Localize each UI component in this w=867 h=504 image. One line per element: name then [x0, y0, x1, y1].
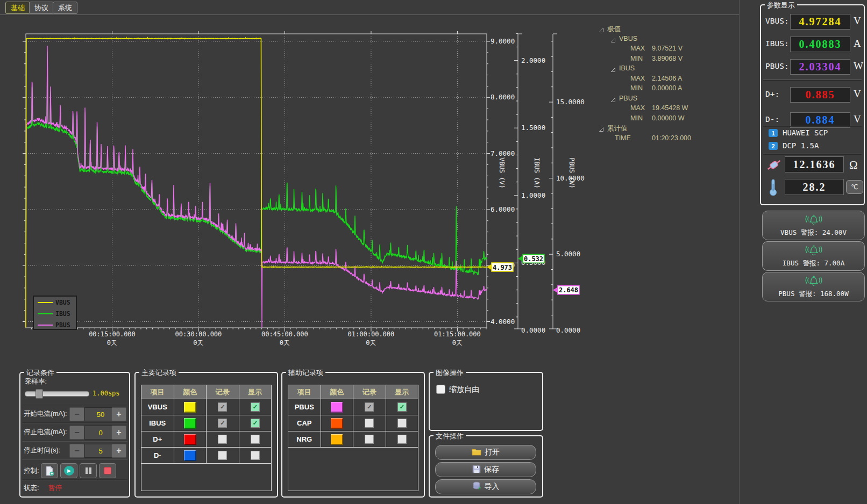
decrement-button[interactable]: −: [69, 444, 84, 458]
display-cell: ✓: [239, 399, 272, 415]
import-file-button[interactable]: 导入: [435, 479, 536, 494]
status-label: 状态:: [24, 484, 39, 493]
color-swatch[interactable]: [184, 450, 196, 461]
protocol-name: DCP 1.5A: [783, 141, 819, 150]
record-cell: [353, 431, 386, 448]
protocol-badge-2: 2: [769, 142, 778, 150]
tree-row: MIN0.00000 A: [594, 84, 740, 94]
panel-title: 主要记录项: [139, 368, 179, 378]
svg-text:8.0000: 8.0000: [491, 93, 515, 101]
spinner-label: 停止电流(mA):: [24, 428, 67, 437]
tree-row: MAX19.45428 W: [594, 104, 740, 114]
pause-icon: [86, 467, 91, 474]
column-header: 颜色: [321, 385, 354, 399]
color-swatch[interactable]: [331, 418, 343, 429]
record-checkbox[interactable]: ✓: [218, 402, 227, 412]
record-checkbox[interactable]: [365, 419, 374, 428]
color-swatch[interactable]: [331, 402, 343, 413]
free-zoom-checkbox[interactable]: [436, 385, 445, 394]
open-file-button[interactable]: 打开: [435, 445, 536, 460]
display-checkbox[interactable]: ✓: [251, 402, 260, 412]
celsius-unit-button[interactable]: ℃: [846, 180, 863, 194]
free-zoom-label: 缩放自由: [449, 385, 479, 394]
table-row: PBUS✓✓: [288, 399, 418, 415]
spinner-label: 开始电流(mA):: [24, 409, 67, 419]
separator: [763, 80, 862, 80]
table-row: CAP: [288, 415, 418, 431]
statistics-tree: 极值VBUSMAX9.07521 VMIN3.89068 VIBUSMAX2.1…: [594, 25, 740, 148]
tree-expand-icon[interactable]: [610, 37, 616, 42]
color-swatch[interactable]: [184, 402, 196, 413]
display-checkbox[interactable]: [251, 451, 260, 460]
svg-text:0天: 0天: [193, 339, 203, 347]
svg-text:PBUS: PBUS: [55, 321, 70, 329]
separator: [22, 459, 127, 460]
color-swatch[interactable]: [331, 434, 343, 445]
panel-title: 文件操作: [434, 431, 466, 441]
tree-expand-icon[interactable]: [599, 126, 604, 132]
record-checkbox[interactable]: [218, 435, 227, 444]
save-file-button[interactable]: 保存: [435, 462, 536, 477]
stop-button[interactable]: [99, 463, 116, 478]
tree-expand-icon[interactable]: [599, 27, 604, 32]
color-cell: [321, 431, 354, 448]
display-cell: [386, 415, 418, 431]
item-name-cell: PBUS: [288, 399, 321, 415]
increment-button[interactable]: +: [111, 426, 126, 440]
record-cell: [207, 431, 239, 448]
pbus-alarm-button[interactable]: PBUS 警报: 168.00W: [762, 272, 865, 301]
new-record-button[interactable]: [41, 463, 58, 478]
svg-text:1.0000: 1.0000: [521, 191, 545, 199]
record-cell: ✓: [207, 415, 239, 431]
sample-rate-slider-thumb[interactable]: [35, 389, 43, 399]
unit-label: A: [854, 38, 861, 49]
column-header: 显示: [386, 385, 418, 399]
svg-text:2.0000: 2.0000: [521, 56, 545, 64]
svg-text:15.0000: 15.0000: [556, 98, 585, 106]
aux-record-items-panel: 辅助记录项 项目颜色记录显示PBUS✓✓CAPNRG: [281, 372, 425, 498]
display-checkbox[interactable]: ✓: [251, 419, 260, 428]
save-icon: [472, 465, 481, 475]
tree-stat-value: 2.14506 A: [652, 75, 682, 82]
pause-button[interactable]: [80, 463, 97, 478]
d-label: D+:: [765, 90, 779, 98]
start-button[interactable]: ▶: [60, 463, 77, 478]
table-row: VBUS✓✓: [141, 399, 271, 415]
protocol-name: HUAWEI SCP: [783, 128, 828, 137]
display-cell: [239, 448, 272, 464]
sample-rate-slider[interactable]: [25, 391, 89, 397]
stop-icon: [104, 467, 111, 474]
pbus-value-display: 2.03304: [790, 59, 850, 75]
record-checkbox[interactable]: [218, 451, 227, 460]
display-checkbox[interactable]: ✓: [397, 402, 407, 412]
record-checkbox[interactable]: ✓: [218, 419, 227, 428]
ibus-alarm-button[interactable]: IBUS 警报: 7.00A: [762, 241, 865, 271]
resistance-display: 12.1636: [785, 156, 844, 172]
record-checkbox[interactable]: ✓: [365, 402, 374, 412]
separator: [763, 154, 862, 154]
record-cell: ✓: [353, 399, 386, 415]
decrement-button[interactable]: −: [69, 407, 84, 421]
tree-expand-icon[interactable]: [610, 67, 616, 72]
increment-button[interactable]: +: [111, 444, 126, 458]
start-icon: ▶: [64, 466, 74, 476]
tree-stat-key: MIN: [630, 84, 643, 92]
color-swatch[interactable]: [184, 418, 196, 429]
svg-text:1.5000: 1.5000: [521, 124, 545, 132]
color-swatch[interactable]: [184, 434, 196, 445]
display-checkbox[interactable]: [397, 419, 407, 428]
ibus-label: IBUS:: [765, 39, 789, 48]
vbus-alarm-button[interactable]: VBUS 警报: 24.00V: [762, 211, 865, 240]
increment-button[interactable]: +: [111, 407, 126, 421]
tree-node-label: VBUS: [619, 35, 637, 42]
display-checkbox[interactable]: [251, 435, 260, 444]
display-checkbox[interactable]: [397, 435, 407, 444]
tree-expand-icon[interactable]: [610, 97, 616, 102]
decrement-button[interactable]: −: [69, 426, 84, 440]
tree-stat-key: MAX: [630, 75, 645, 82]
svg-text:0.532: 0.532: [524, 255, 543, 263]
record-checkbox[interactable]: [365, 435, 374, 444]
panel-title: 图像操作: [434, 368, 466, 378]
tree-stat-value: 0.00000 A: [652, 84, 682, 92]
svg-text:VBUS (V): VBUS (V): [498, 157, 506, 189]
